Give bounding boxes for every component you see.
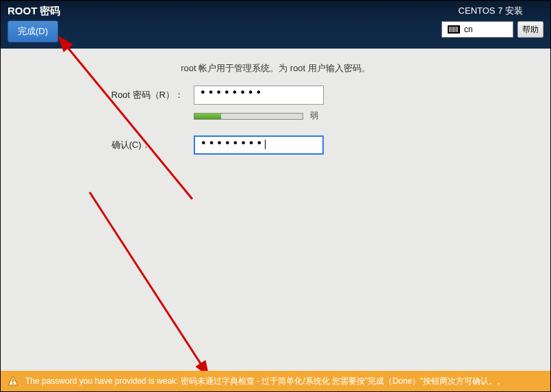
svg-rect-3 [12, 383, 14, 384]
strength-meter-fill [194, 114, 222, 119]
keyboard-icon [448, 25, 460, 34]
keyboard-layout-selector[interactable]: cn [441, 21, 513, 38]
password-dots: •••••••• [200, 86, 264, 99]
warning-text: The password you have provided is weak: … [25, 376, 505, 387]
done-button[interactable]: 完成(D) [8, 21, 58, 42]
root-password-label: Root 密码（R）： [112, 89, 184, 101]
warning-bar: The password you have provided is weak: … [1, 371, 550, 391]
header-controls: cn 帮助 [441, 21, 543, 38]
header-right-group: CENTOS 7 安装 cn 帮助 [441, 5, 543, 44]
svg-rect-2 [12, 379, 14, 382]
svg-line-1 [90, 192, 203, 367]
header-left-group: ROOT 密码 完成(D) [8, 5, 61, 44]
warning-icon [8, 376, 18, 387]
confirm-password-row: 确认(C)： •••••••• [112, 135, 440, 155]
help-button[interactable]: 帮助 [517, 21, 543, 38]
text-cursor [265, 140, 266, 149]
page-title: ROOT 密码 [8, 5, 61, 18]
strength-meter [194, 113, 303, 120]
installer-header: ROOT 密码 完成(D) CENTOS 7 安装 cn 帮助 [1, 1, 550, 49]
confirm-password-input[interactable]: •••••••• [194, 135, 324, 155]
lang-code: cn [464, 25, 473, 34]
confirm-password-dots: •••••••• [201, 137, 264, 150]
root-password-input[interactable]: •••••••• [194, 86, 324, 105]
strength-label: 弱 [310, 110, 318, 122]
root-password-row: Root 密码（R）： •••••••• [112, 86, 440, 105]
main-content: root 帐户用于管理系统。为 root 用户输入密码。 Root 密码（R）：… [1, 49, 550, 174]
annotation-arrow-bottom [83, 185, 233, 379]
instruction-text: root 帐户用于管理系统。为 root 用户输入密码。 [181, 62, 370, 75]
password-strength-row: 弱 [194, 110, 440, 122]
installer-title: CENTOS 7 安装 [459, 5, 523, 17]
confirm-password-label: 确认(C)： [112, 139, 184, 151]
